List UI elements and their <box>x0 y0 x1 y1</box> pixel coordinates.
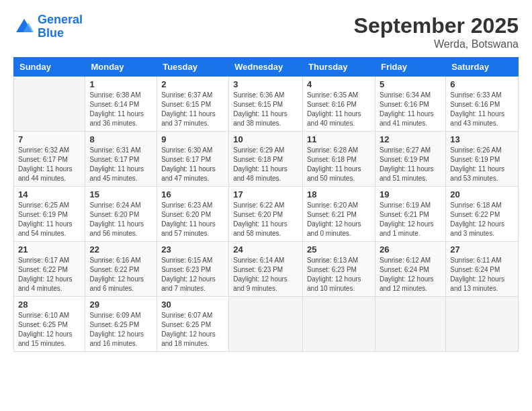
day-info: Sunrise: 6:07 AMSunset: 6:25 PMDaylight:… <box>161 311 224 349</box>
day-info: Sunrise: 6:09 AMSunset: 6:25 PMDaylight:… <box>89 311 152 349</box>
day-number: 13 <box>450 134 514 144</box>
calendar-cell: 26Sunrise: 6:12 AMSunset: 6:24 PMDayligh… <box>375 242 445 297</box>
day-info: Sunrise: 6:35 AMSunset: 6:16 PMDaylight:… <box>307 91 371 128</box>
day-info: Sunrise: 6:34 AMSunset: 6:16 PMDaylight:… <box>380 91 441 128</box>
day-info: Sunrise: 6:18 AMSunset: 6:22 PMDaylight:… <box>450 201 514 238</box>
calendar-cell: 23Sunrise: 6:15 AMSunset: 6:23 PMDayligh… <box>157 242 229 297</box>
day-info: Sunrise: 6:29 AMSunset: 6:18 PMDaylight:… <box>233 146 298 183</box>
day-number: 5 <box>380 79 441 89</box>
day-info: Sunrise: 6:33 AMSunset: 6:16 PMDaylight:… <box>450 91 514 128</box>
day-number: 10 <box>233 134 298 144</box>
calendar-cell: 18Sunrise: 6:20 AMSunset: 6:21 PMDayligh… <box>303 187 375 242</box>
calendar-cell: 10Sunrise: 6:29 AMSunset: 6:18 PMDayligh… <box>229 132 303 187</box>
day-number: 24 <box>233 244 298 255</box>
calendar-cell: 27Sunrise: 6:11 AMSunset: 6:24 PMDayligh… <box>446 242 519 297</box>
header-day: Saturday <box>446 58 519 77</box>
calendar-cell: 25Sunrise: 6:13 AMSunset: 6:23 PMDayligh… <box>303 242 375 297</box>
day-info: Sunrise: 6:11 AMSunset: 6:24 PMDaylight:… <box>450 256 514 293</box>
calendar-cell <box>375 297 445 352</box>
day-info: Sunrise: 6:22 AMSunset: 6:20 PMDaylight:… <box>233 201 298 238</box>
day-number: 11 <box>307 134 371 144</box>
day-info: Sunrise: 6:30 AMSunset: 6:17 PMDaylight:… <box>161 146 224 183</box>
calendar-cell <box>229 297 303 352</box>
calendar-cell: 16Sunrise: 6:23 AMSunset: 6:20 PMDayligh… <box>157 187 229 242</box>
calendar-week-row: 7Sunrise: 6:32 AMSunset: 6:17 PMDaylight… <box>14 132 519 187</box>
day-number: 19 <box>380 189 441 199</box>
calendar-cell: 30Sunrise: 6:07 AMSunset: 6:25 PMDayligh… <box>157 297 229 352</box>
calendar-table: SundayMondayTuesdayWednesdayThursdayFrid… <box>13 57 519 352</box>
day-info: Sunrise: 6:32 AMSunset: 6:17 PMDaylight:… <box>18 146 81 183</box>
main-title: September 2025 <box>354 13 519 38</box>
day-number: 4 <box>307 79 371 89</box>
calendar-cell: 3Sunrise: 6:36 AMSunset: 6:15 PMDaylight… <box>229 77 303 132</box>
calendar-cell: 19Sunrise: 6:19 AMSunset: 6:21 PMDayligh… <box>375 187 445 242</box>
calendar-week-row: 1Sunrise: 6:38 AMSunset: 6:14 PMDaylight… <box>14 77 519 132</box>
day-info: Sunrise: 6:38 AMSunset: 6:14 PMDaylight:… <box>89 91 152 128</box>
day-number: 16 <box>161 189 224 199</box>
day-info: Sunrise: 6:23 AMSunset: 6:20 PMDaylight:… <box>161 201 224 238</box>
logo: General Blue <box>13 13 83 40</box>
day-number: 30 <box>161 300 224 310</box>
day-number: 20 <box>450 189 514 199</box>
header-day: Wednesday <box>229 58 303 77</box>
day-number: 28 <box>18 300 81 310</box>
day-info: Sunrise: 6:36 AMSunset: 6:15 PMDaylight:… <box>233 91 298 128</box>
day-number: 17 <box>233 189 298 199</box>
day-number: 21 <box>18 244 81 255</box>
day-number: 7 <box>18 134 81 144</box>
day-info: Sunrise: 6:24 AMSunset: 6:20 PMDaylight:… <box>89 201 152 238</box>
header-day: Monday <box>85 58 157 77</box>
logo-text: General Blue <box>38 13 83 40</box>
day-info: Sunrise: 6:15 AMSunset: 6:23 PMDaylight:… <box>161 256 224 293</box>
day-number: 14 <box>18 189 81 199</box>
calendar-cell: 9Sunrise: 6:30 AMSunset: 6:17 PMDaylight… <box>157 132 229 187</box>
calendar-cell: 24Sunrise: 6:14 AMSunset: 6:23 PMDayligh… <box>229 242 303 297</box>
day-info: Sunrise: 6:25 AMSunset: 6:19 PMDaylight:… <box>18 201 81 238</box>
header-day: Sunday <box>14 58 85 77</box>
day-info: Sunrise: 6:12 AMSunset: 6:24 PMDaylight:… <box>380 256 441 293</box>
calendar-cell: 22Sunrise: 6:16 AMSunset: 6:22 PMDayligh… <box>85 242 157 297</box>
calendar-week-row: 28Sunrise: 6:10 AMSunset: 6:25 PMDayligh… <box>14 297 519 352</box>
day-info: Sunrise: 6:14 AMSunset: 6:23 PMDaylight:… <box>233 256 298 293</box>
calendar-cell <box>303 297 375 352</box>
day-number: 9 <box>161 134 224 144</box>
header-day: Friday <box>375 58 445 77</box>
day-info: Sunrise: 6:19 AMSunset: 6:21 PMDaylight:… <box>380 201 441 238</box>
calendar-cell: 29Sunrise: 6:09 AMSunset: 6:25 PMDayligh… <box>85 297 157 352</box>
header: General Blue September 2025 Werda, Botsw… <box>13 13 519 50</box>
day-info: Sunrise: 6:10 AMSunset: 6:25 PMDaylight:… <box>18 311 81 349</box>
title-section: September 2025 Werda, Botswana <box>354 13 519 50</box>
calendar-cell: 17Sunrise: 6:22 AMSunset: 6:20 PMDayligh… <box>229 187 303 242</box>
calendar-cell <box>14 77 85 132</box>
header-day: Tuesday <box>157 58 229 77</box>
calendar-cell: 6Sunrise: 6:33 AMSunset: 6:16 PMDaylight… <box>446 77 519 132</box>
day-number: 29 <box>89 300 152 310</box>
day-number: 12 <box>380 134 441 144</box>
calendar-week-row: 14Sunrise: 6:25 AMSunset: 6:19 PMDayligh… <box>14 187 519 242</box>
day-info: Sunrise: 6:20 AMSunset: 6:21 PMDaylight:… <box>307 201 371 238</box>
calendar-week-row: 21Sunrise: 6:17 AMSunset: 6:22 PMDayligh… <box>14 242 519 297</box>
day-number: 3 <box>233 79 298 89</box>
day-number: 25 <box>307 244 371 255</box>
day-info: Sunrise: 6:26 AMSunset: 6:19 PMDaylight:… <box>450 146 514 183</box>
calendar-cell <box>446 297 519 352</box>
day-number: 6 <box>450 79 514 89</box>
day-number: 27 <box>450 244 514 255</box>
day-info: Sunrise: 6:37 AMSunset: 6:15 PMDaylight:… <box>161 91 224 128</box>
day-number: 8 <box>89 134 152 144</box>
calendar-cell: 1Sunrise: 6:38 AMSunset: 6:14 PMDaylight… <box>85 77 157 132</box>
day-number: 26 <box>380 244 441 255</box>
calendar-cell: 12Sunrise: 6:27 AMSunset: 6:19 PMDayligh… <box>375 132 445 187</box>
calendar-cell: 5Sunrise: 6:34 AMSunset: 6:16 PMDaylight… <box>375 77 445 132</box>
calendar-cell: 21Sunrise: 6:17 AMSunset: 6:22 PMDayligh… <box>14 242 85 297</box>
calendar-cell: 11Sunrise: 6:28 AMSunset: 6:18 PMDayligh… <box>303 132 375 187</box>
logo-icon <box>13 16 35 38</box>
calendar-cell: 8Sunrise: 6:31 AMSunset: 6:17 PMDaylight… <box>85 132 157 187</box>
subtitle: Werda, Botswana <box>354 38 519 50</box>
calendar-cell: 15Sunrise: 6:24 AMSunset: 6:20 PMDayligh… <box>85 187 157 242</box>
day-info: Sunrise: 6:17 AMSunset: 6:22 PMDaylight:… <box>18 256 81 293</box>
calendar-cell: 14Sunrise: 6:25 AMSunset: 6:19 PMDayligh… <box>14 187 85 242</box>
day-number: 23 <box>161 244 224 255</box>
header-day: Thursday <box>303 58 375 77</box>
day-info: Sunrise: 6:16 AMSunset: 6:22 PMDaylight:… <box>89 256 152 293</box>
